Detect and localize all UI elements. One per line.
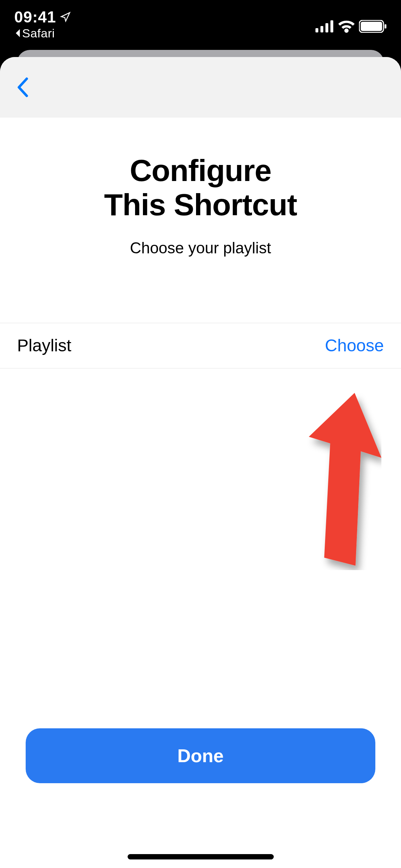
svg-rect-1 (320, 26, 323, 32)
title-block: Configure This Shortcut Choose your play… (0, 118, 401, 257)
done-button-label: Done (178, 745, 224, 766)
cellular-icon (315, 20, 334, 32)
config-list: Playlist Choose (0, 323, 401, 368)
status-right (315, 9, 387, 33)
status-time: 09:41 (14, 9, 71, 25)
svg-rect-2 (325, 23, 328, 32)
playlist-label: Playlist (17, 336, 71, 355)
nav-header (0, 57, 401, 118)
back-caret-icon (14, 28, 21, 38)
annotation-arrow-icon (303, 392, 381, 570)
choose-button[interactable]: Choose (325, 336, 384, 355)
svg-marker-7 (303, 392, 381, 567)
title-line-1: Configure (130, 153, 271, 187)
status-left: 09:41 Safari (14, 9, 71, 39)
svg-rect-0 (315, 28, 318, 32)
home-indicator[interactable] (128, 854, 274, 859)
location-icon (60, 12, 71, 22)
back-to-app-label: Safari (22, 27, 55, 39)
content-area: Configure This Shortcut Choose your play… (0, 118, 401, 368)
svg-rect-6 (385, 24, 386, 29)
title-line-2: This Shortcut (104, 187, 297, 222)
battery-icon (359, 20, 387, 33)
page-subtitle: Choose your playlist (0, 239, 401, 257)
svg-rect-5 (361, 22, 382, 31)
svg-rect-3 (330, 20, 333, 32)
wifi-icon (338, 20, 355, 33)
status-bar: 09:41 Safari (0, 0, 401, 46)
back-to-app[interactable]: Safari (14, 27, 71, 39)
playlist-row[interactable]: Playlist Choose (0, 323, 401, 368)
done-button[interactable]: Done (26, 728, 375, 783)
status-time-text: 09:41 (14, 9, 56, 25)
modal-sheet: Configure This Shortcut Choose your play… (0, 57, 401, 868)
page-title: Configure This Shortcut (0, 153, 401, 222)
back-button[interactable] (10, 75, 35, 100)
chevron-left-icon (16, 77, 29, 98)
